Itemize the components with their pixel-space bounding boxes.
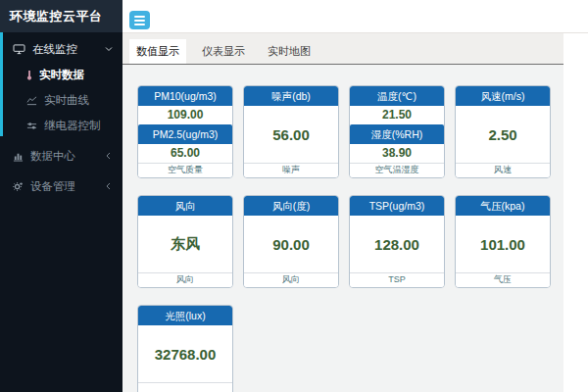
card-value: 56.00 — [244, 106, 338, 163]
sidebar-item-label: 实时数据 — [39, 68, 84, 82]
tab-realtime-map[interactable]: 实时地图 — [261, 39, 318, 64]
card-value: 101.00 — [456, 216, 550, 272]
card-header: 光照(lux) — [138, 306, 232, 325]
sensor-card-air-quality: PM10(ug/m3) 109.00 PM2.5(ug/m3) 65.00 空气… — [137, 85, 233, 178]
sidebar-item-online-monitoring[interactable]: 在线监控 — [0, 36, 122, 62]
sensor-card-pressure: 气压(kpa) 101.00 气压 — [455, 195, 551, 288]
sidebar-item-label: 在线监控 — [32, 42, 77, 57]
sliders-icon — [26, 121, 37, 131]
tab-numeric-display[interactable]: 数值显示 — [129, 39, 186, 64]
sidebar: 环境监控云平台 在线监控 实时数据 — [0, 0, 122, 392]
sensor-card-wind-degrees: 风向(度) 90.00 风向 — [243, 195, 339, 288]
line-chart-icon — [26, 95, 37, 106]
sensor-card-temp-humidity: 温度(℃) 21.50 湿度(%RH) 38.90 空气温湿度 — [349, 85, 445, 178]
sidebar-item-label: 继电器控制 — [44, 119, 101, 133]
card-footer: 空气温湿度 — [350, 163, 444, 177]
card-value: 2.50 — [456, 106, 550, 163]
card-value: 东风 — [138, 216, 232, 272]
card-value: 65.00 — [138, 144, 232, 163]
sensor-card-tsp: TSP(ug/m3) 128.00 TSP — [349, 195, 445, 288]
card-footer: TSP — [350, 272, 444, 287]
card-value: 109.00 — [138, 106, 232, 124]
sensor-cards: PM10(ug/m3) 109.00 PM2.5(ug/m3) 65.00 空气… — [122, 65, 564, 392]
card-header: 噪声(db) — [244, 86, 338, 106]
card-header: 湿度(%RH) — [350, 124, 444, 144]
card-footer: 气压 — [456, 272, 550, 287]
card-footer: 风向 — [244, 272, 338, 287]
card-header: PM10(ug/m3) — [138, 86, 232, 106]
main-content: 数值显示 仪表显示 实时地图 PM10(ug/m3) 109.00 PM2.5(… — [122, 33, 564, 392]
sensor-card-light: 光照(lux) 32768.00 — [137, 305, 233, 392]
chevron-left-icon — [105, 152, 113, 160]
card-footer: 风向 — [138, 272, 232, 287]
sidebar-item-relay-control[interactable]: 继电器控制 — [0, 113, 122, 138]
bar-chart-icon — [13, 151, 24, 162]
sidebar-item-label: 设备管理 — [30, 179, 75, 194]
chevron-down-icon — [105, 45, 113, 53]
card-header: 温度(℃) — [350, 86, 444, 106]
card-header: 风速(m/s) — [456, 86, 550, 106]
sensor-card-wind-direction: 风向 东风 风向 — [137, 195, 233, 288]
active-section-indicator — [0, 32, 3, 136]
gears-icon — [13, 181, 24, 192]
app-title: 环境监控云平台 — [0, 0, 122, 32]
topbar — [122, 0, 588, 33]
card-value: 32768.00 — [138, 325, 232, 382]
sidebar-item-label: 实时曲线 — [44, 93, 89, 108]
card-header: 风向(度) — [244, 196, 338, 216]
card-header: 风向 — [138, 196, 232, 216]
sidebar-item-realtime-curve[interactable]: 实时曲线 — [0, 87, 122, 113]
monitor-icon — [13, 44, 25, 55]
card-value: 21.50 — [350, 106, 444, 124]
card-footer: 噪声 — [244, 163, 338, 177]
card-value: 90.00 — [244, 216, 338, 272]
sidebar-nav: 在线监控 实时数据 实时曲线 — [0, 32, 122, 199]
sidebar-item-realtime-data[interactable]: 实时数据 — [0, 62, 122, 87]
sidebar-item-device-management[interactable]: 设备管理 — [0, 173, 122, 199]
card-header: TSP(ug/m3) — [350, 196, 444, 216]
menu-toggle-button[interactable] — [129, 11, 150, 29]
thermometer-icon — [26, 70, 32, 80]
card-footer: 空气质量 — [138, 163, 232, 177]
card-value: 128.00 — [350, 216, 444, 272]
sensor-card-noise: 噪声(db) 56.00 噪声 — [243, 85, 339, 178]
card-footer: 风速 — [456, 163, 550, 177]
tab-bar: 数值显示 仪表显示 实时地图 — [122, 33, 564, 65]
chevron-left-icon — [105, 182, 113, 190]
card-value: 38.90 — [350, 144, 444, 163]
app-root: 环境监控云平台 在线监控 实时数据 — [0, 0, 588, 392]
sidebar-item-data-center[interactable]: 数据中心 — [0, 143, 122, 169]
card-header: 气压(kpa) — [456, 196, 550, 216]
tab-gauge-display[interactable]: 仪表显示 — [195, 39, 252, 64]
sensor-card-wind-speed: 风速(m/s) 2.50 风速 — [455, 85, 551, 178]
sidebar-item-label: 数据中心 — [30, 149, 75, 164]
card-header: PM2.5(ug/m3) — [138, 124, 232, 144]
card-footer — [138, 382, 232, 392]
